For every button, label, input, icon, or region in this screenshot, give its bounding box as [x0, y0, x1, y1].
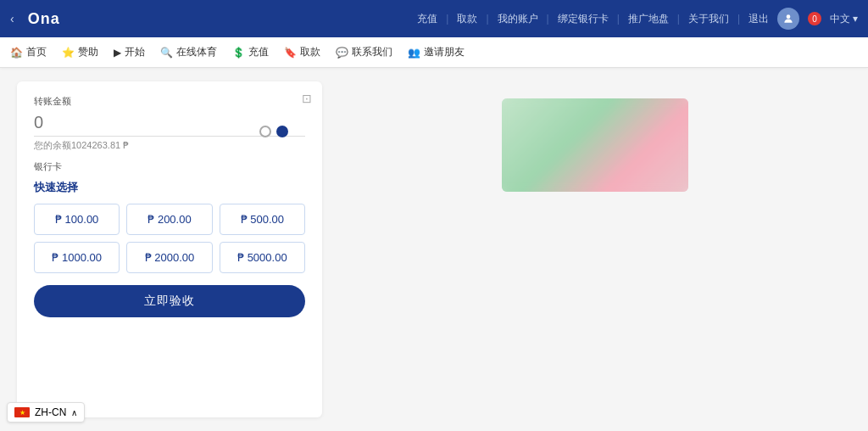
- lang-label: ZH-CN: [35, 406, 66, 418]
- radio-option-2[interactable]: [276, 126, 288, 137]
- sec-nav-home[interactable]: 🏠 首页: [10, 45, 47, 59]
- quick-amount-2000[interactable]: ₱ 2000.00: [126, 242, 212, 273]
- tag-icon: 🔖: [284, 47, 297, 59]
- balance-hint: 您的余额1024263.81 ₱: [34, 139, 305, 152]
- sec-nav-start[interactable]: ▶ 开始: [114, 45, 145, 59]
- amount-label: 转账金额: [34, 95, 305, 108]
- banner-image: [502, 98, 688, 192]
- quick-amount-1000[interactable]: ₱ 1000.00: [34, 242, 120, 273]
- nav-account[interactable]: 我的账户: [498, 12, 538, 26]
- dollar-icon: 💲: [232, 47, 245, 59]
- play-icon: ▶: [114, 47, 121, 59]
- quick-amount-100[interactable]: ₱ 100.00: [34, 204, 120, 235]
- radio-option-1[interactable]: [259, 126, 271, 137]
- quick-amount-grid: ₱ 100.00 ₱ 200.00 ₱ 500.00 ₱ 1000.00 ₱ 2…: [34, 204, 305, 273]
- nav-logout[interactable]: 退出: [748, 12, 769, 26]
- home-icon: 🏠: [10, 47, 23, 59]
- quick-select-title: 快速选择: [34, 180, 305, 195]
- chat-icon: 💬: [336, 47, 348, 59]
- expand-icon[interactable]: ⊡: [302, 92, 312, 105]
- star-icon: ⭐: [62, 47, 75, 59]
- quick-amount-200[interactable]: ₱ 200.00: [126, 204, 212, 235]
- back-button[interactable]: ‹: [10, 12, 14, 25]
- notification-badge[interactable]: 0: [808, 12, 821, 25]
- avatar[interactable]: [777, 8, 799, 30]
- top-nav: ‹ Ona 充值 | 取款 | 我的账户 | 绑定银行卡 | 推广地盘 | 关于…: [0, 0, 868, 37]
- nav-about[interactable]: 关于我们: [688, 12, 729, 26]
- language-button[interactable]: 中文 ▾: [830, 12, 858, 26]
- language-selector[interactable]: ★ ZH-CN ∧: [7, 402, 85, 423]
- main-content: ⊡ 转账金额 您的余额1024263.81 ₱ 银行卡 快速选择 ₱ 100.0…: [0, 68, 868, 431]
- search-icon: 🔍: [160, 47, 173, 59]
- bank-card-label: 银行卡: [34, 160, 305, 173]
- nav-bind-card[interactable]: 绑定银行卡: [558, 12, 609, 26]
- sec-nav-sponsor[interactable]: ⭐ 赞助: [62, 45, 98, 59]
- nav-promotion[interactable]: 推广地盘: [628, 12, 669, 26]
- friends-icon: 👥: [408, 47, 420, 59]
- sec-nav-invite[interactable]: 👥 邀请朋友: [408, 45, 465, 59]
- sec-nav-recharge[interactable]: 💲 充值: [232, 45, 269, 59]
- radio-group: [259, 126, 288, 137]
- right-panel: [339, 81, 851, 417]
- svg-point-0: [787, 14, 791, 19]
- flag-icon: ★: [14, 407, 30, 417]
- sec-nav-sports[interactable]: 🔍 在线体育: [160, 45, 217, 59]
- sec-nav-withdraw[interactable]: 🔖 取款: [284, 45, 320, 59]
- nav-withdraw[interactable]: 取款: [457, 12, 477, 26]
- top-nav-right: 充值 | 取款 | 我的账户 | 绑定银行卡 | 推广地盘 | 关于我们 | 退…: [417, 8, 858, 30]
- quick-amount-5000[interactable]: ₱ 5000.00: [220, 242, 305, 273]
- secondary-nav: 🏠 首页 ⭐ 赞助 ▶ 开始 🔍 在线体育 💲 充值 🔖 取款 💬 联系我们 👥…: [0, 37, 868, 68]
- deposit-panel: ⊡ 转账金额 您的余额1024263.81 ₱ 银行卡 快速选择 ₱ 100.0…: [17, 81, 322, 417]
- submit-button[interactable]: 立即验收: [34, 285, 305, 317]
- quick-amount-500[interactable]: ₱ 500.00: [220, 204, 305, 235]
- chevron-up-icon: ∧: [71, 408, 77, 417]
- banner-blur-overlay: [502, 98, 688, 192]
- sec-nav-contact[interactable]: 💬 联系我们: [336, 45, 392, 59]
- logo: Ona: [28, 10, 79, 28]
- nav-recharge[interactable]: 充值: [417, 12, 437, 26]
